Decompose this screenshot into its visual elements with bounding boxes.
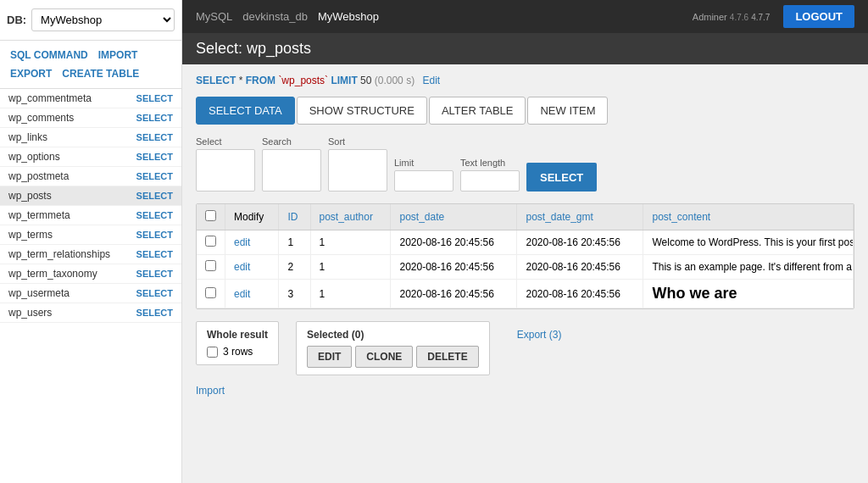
post-content-header[interactable]: post_content (643, 204, 854, 230)
sql-edit-link[interactable]: Edit (422, 75, 440, 86)
db-select[interactable]: MyWebshop (31, 8, 175, 31)
textlength-filter-col: Text length 100 (460, 158, 520, 192)
check-all-header (197, 204, 225, 230)
select-filter-box[interactable] (196, 149, 255, 192)
alter-table-tab[interactable]: ALTER TABLE (429, 97, 526, 125)
id-cell: 2 (279, 255, 310, 280)
table-row: wp_terms SELECT (0, 225, 181, 245)
import-link[interactable]: Import (196, 385, 225, 397)
post-author-cell: 1 (310, 280, 391, 308)
table-select-link[interactable]: SELECT (136, 191, 173, 201)
table-select-link[interactable]: SELECT (136, 249, 173, 259)
table-name[interactable]: wp_comments (8, 112, 74, 124)
table-name[interactable]: wp_terms (8, 229, 53, 241)
modify-cell: edit (225, 230, 279, 255)
table-row: wp_posts SELECT (0, 186, 181, 206)
modify-header: Modify (225, 204, 279, 230)
sort-filter-box[interactable] (328, 149, 387, 192)
table-row: wp_comments SELECT (0, 108, 181, 128)
table-name[interactable]: wp_term_relationships (8, 248, 110, 260)
row-checkbox[interactable] (205, 287, 216, 298)
action-buttons: EDIT CLONE DELETE (307, 346, 479, 368)
edit-selected-button[interactable]: EDIT (307, 346, 352, 368)
content-area: SELECT * FROM `wp_posts` LIMIT 50 (0.000… (182, 64, 868, 483)
create-table-button[interactable]: CREATE TABLE (58, 66, 142, 81)
import-button[interactable]: IMPORT (95, 47, 142, 63)
select-execute-button[interactable]: SELECT (526, 163, 597, 192)
row-checkbox-cell (197, 280, 225, 308)
post-author-header[interactable]: post_author (310, 204, 391, 230)
table-select-link[interactable]: SELECT (136, 113, 173, 123)
main-content: MySQL devkinsta_db MyWebshop Adminer 4.7… (182, 0, 868, 483)
sidebar: DB: MyWebshop SQL COMMAND IMPORT EXPORT … (0, 0, 182, 483)
table-name[interactable]: wp_postmeta (8, 170, 69, 182)
table-name[interactable]: wp_users (8, 307, 52, 319)
table-select-link[interactable]: SELECT (136, 210, 173, 220)
show-structure-tab[interactable]: SHOW STRUCTURE (297, 97, 427, 125)
new-item-tab[interactable]: NEW ITEM (527, 97, 608, 125)
table-row: edit 1 1 2020-08-16 20:45:56 2020-08-16 … (197, 230, 854, 255)
post-date-gmt-cell: 2020-08-16 20:45:56 (517, 255, 643, 280)
table-select-link[interactable]: SELECT (136, 308, 173, 318)
table-name[interactable]: wp_posts (8, 190, 52, 202)
limit-input[interactable]: 50 (394, 170, 453, 192)
post-date-gmt-header[interactable]: post_date_gmt (517, 204, 643, 230)
post-author-cell: 1 (310, 230, 391, 255)
clone-button[interactable]: CLONE (355, 346, 413, 368)
row-checkbox[interactable] (205, 260, 216, 271)
mywebshop-nav-link[interactable]: MyWebshop (318, 10, 379, 23)
sidebar-actions: SQL COMMAND IMPORT EXPORT CREATE TABLE (0, 41, 181, 89)
search-filter-col: Search (262, 136, 321, 192)
table-list: wp_commentmeta SELECT wp_comments SELECT… (0, 89, 181, 483)
row-checkbox[interactable] (205, 236, 216, 247)
post-author-cell: 1 (310, 255, 391, 280)
edit-link[interactable]: edit (234, 236, 250, 248)
modify-cell: edit (225, 255, 279, 280)
sort-filter-col: Sort (328, 136, 387, 192)
whole-result-rows: 3 rows (223, 346, 253, 358)
post-date-cell: 2020-08-16 20:45:56 (391, 280, 517, 308)
select-filter-col: Select (196, 136, 255, 192)
logout-button[interactable]: LOGOUT (783, 5, 854, 28)
table-row: wp_users SELECT (0, 303, 181, 323)
edit-link[interactable]: edit (234, 261, 250, 273)
data-table: Modify ID post_author post_date post_dat… (197, 204, 854, 308)
post-date-gmt-cell: 2020-08-16 20:45:56 (517, 230, 643, 255)
table-row: wp_term_relationships SELECT (0, 245, 181, 264)
table-select-link[interactable]: SELECT (136, 93, 173, 103)
devkinsta-nav-link[interactable]: devkinsta_db (242, 10, 308, 23)
table-name[interactable]: wp_term_taxonomy (8, 268, 97, 280)
table-select-link[interactable]: SELECT (136, 288, 173, 298)
whole-result-box: Whole result 3 rows (196, 321, 279, 365)
search-filter-box[interactable] (262, 149, 321, 192)
post-date-header[interactable]: post_date (391, 204, 517, 230)
id-header[interactable]: ID (279, 204, 310, 230)
check-all-checkbox[interactable] (205, 210, 216, 221)
delete-button[interactable]: DELETE (416, 346, 478, 368)
table-name[interactable]: wp_commentmeta (8, 92, 92, 104)
whole-result-check: 3 rows (207, 346, 268, 358)
id-cell: 3 (279, 280, 310, 308)
table-row: edit 3 1 2020-08-16 20:45:56 2020-08-16 … (197, 280, 854, 308)
export-button[interactable]: EXPORT (7, 66, 55, 81)
limit-filter-label: Limit (394, 158, 453, 168)
whole-result-checkbox[interactable] (207, 347, 218, 358)
sort-filter-label: Sort (328, 136, 387, 147)
table-name[interactable]: wp_termmeta (8, 209, 70, 221)
select-data-tab[interactable]: SELECT DATA (196, 97, 295, 125)
table-name[interactable]: wp_options (8, 151, 60, 163)
mysql-nav-link[interactable]: MySQL (196, 10, 232, 23)
table-select-link[interactable]: SELECT (136, 269, 173, 279)
table-select-link[interactable]: SELECT (136, 230, 173, 240)
textlength-input[interactable]: 100 (460, 170, 520, 192)
export-link[interactable]: Export (3) (517, 329, 562, 341)
edit-link[interactable]: edit (234, 288, 250, 300)
adminer-info: Adminer 4.7.6 4.7.7 (693, 12, 771, 22)
sql-command-button[interactable]: SQL COMMAND (7, 47, 92, 63)
table-name[interactable]: wp_usermeta (8, 287, 70, 299)
db-label: DB: (7, 14, 26, 26)
table-select-link[interactable]: SELECT (136, 171, 173, 181)
table-select-link[interactable]: SELECT (136, 132, 173, 142)
table-select-link[interactable]: SELECT (136, 152, 173, 162)
table-name[interactable]: wp_links (8, 131, 47, 143)
